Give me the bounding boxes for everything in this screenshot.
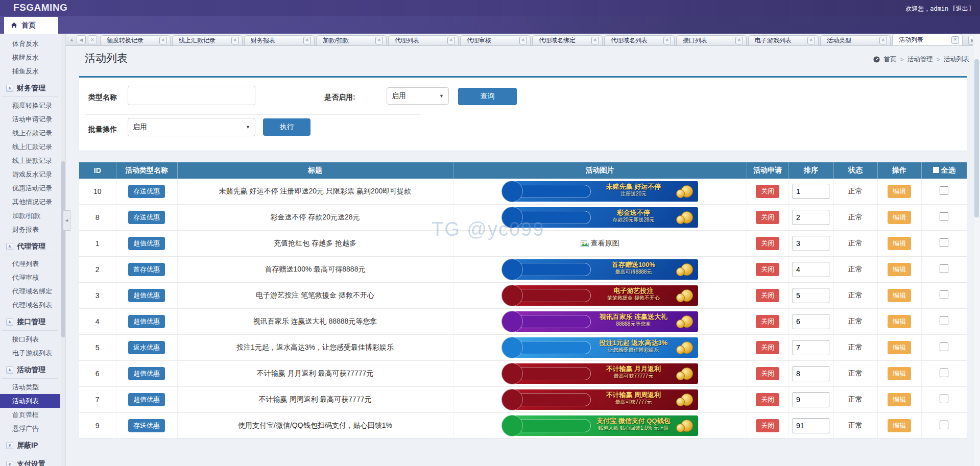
main-scrollbar-thumb[interactable] [974, 59, 979, 217]
row-checkbox[interactable] [940, 212, 948, 221]
logout-link[interactable]: [退出] [952, 5, 972, 12]
activity-type-badge[interactable]: 存送优惠 [128, 185, 165, 198]
tab[interactable]: 电子游戏列表✕ [748, 35, 819, 45]
edit-button[interactable]: 编辑 [888, 211, 911, 224]
tab-close-icon[interactable]: ✕ [231, 37, 239, 44]
tab-close-icon[interactable]: ✕ [807, 37, 815, 44]
edit-button[interactable]: 编辑 [888, 393, 911, 406]
edit-button[interactable]: 编辑 [888, 237, 911, 250]
sidebar-item[interactable]: 活动列表 [0, 394, 60, 408]
activity-banner[interactable]: 未赌先赢 好运不停注册送20元 [501, 181, 698, 202]
close-apply-button[interactable]: 关闭 [756, 289, 779, 302]
tab[interactable]: 额度转换记录✕ [100, 35, 171, 45]
edit-button[interactable]: 编辑 [888, 341, 911, 354]
activity-banner[interactable]: 投注1元起 返水高达3%让您感受最佳博彩娱乐 [501, 337, 698, 358]
sidebar-item[interactable]: 代理审核 [0, 271, 60, 284]
sort-input[interactable] [793, 340, 829, 355]
search-button[interactable]: 查询 [458, 88, 517, 105]
sidebar-group-header[interactable]: ∧活动管理 [2, 362, 58, 379]
sidebar-item[interactable]: 首页弹框 [0, 408, 60, 422]
sidebar-group-header[interactable]: ∧代理管理 [2, 238, 58, 255]
activity-banner[interactable]: 支付宝 微信支付 QQ钱包钱包入款 贴心回馈1.0% 无上限 [501, 415, 698, 436]
tab[interactable]: 代理域名绑定✕ [532, 35, 603, 45]
edit-button[interactable]: 编辑 [888, 419, 911, 432]
enable-select[interactable]: 启用 ▼ [387, 87, 449, 105]
sort-input[interactable] [793, 366, 829, 381]
tab-close-icon[interactable]: ✕ [591, 37, 599, 44]
row-checkbox[interactable] [940, 421, 948, 429]
tab[interactable]: 活动列表✕ [892, 34, 963, 45]
sort-input[interactable] [793, 184, 829, 199]
close-apply-button[interactable]: 关闭 [756, 185, 779, 198]
sidebar-collapse-handle[interactable]: ◀ [63, 210, 70, 231]
activity-type-badge[interactable]: 首存优惠 [128, 263, 165, 276]
sort-input[interactable] [793, 418, 829, 433]
sidebar-item[interactable]: 线上提款记录 [0, 154, 60, 167]
edit-button[interactable]: 编辑 [888, 289, 911, 302]
tab-close-icon[interactable]: ✕ [159, 37, 167, 44]
tab[interactable]: 代理审核✕ [460, 35, 531, 45]
collapse-icon[interactable]: ∧ [6, 243, 13, 250]
sidebar-group-header[interactable]: ∧财务管理 [2, 80, 58, 97]
activity-banner[interactable]: 不计输赢 月月返利最高可获77777元 [501, 363, 698, 384]
sort-input[interactable] [793, 210, 829, 225]
sidebar-item[interactable]: 代理域名列表 [0, 298, 60, 312]
row-checkbox[interactable] [940, 395, 948, 403]
activity-type-badge[interactable]: 超值优惠 [128, 367, 165, 380]
sidebar-item[interactable]: 代理域名绑定 [0, 284, 60, 298]
tab-close-icon[interactable]: ✕ [735, 37, 743, 44]
sidebar-group-header[interactable]: ∧接口管理 [2, 314, 58, 331]
activity-type-badge[interactable]: 超值优惠 [128, 289, 165, 302]
row-checkbox[interactable] [940, 369, 948, 377]
batch-select[interactable]: 启用 ▼ [128, 118, 255, 136]
close-apply-button[interactable]: 关闭 [756, 341, 779, 354]
sidebar-scrollbar[interactable] [61, 34, 65, 466]
tabs-scroll-up-icon[interactable]: ▲ [69, 37, 74, 42]
activity-banner[interactable]: 首存赠送100%最高可得8888元 [501, 259, 698, 280]
sidebar-item[interactable]: 游戏反水记录 [0, 167, 60, 181]
tabs-prev-icon[interactable]: ◀ [77, 35, 86, 44]
tab[interactable]: 代理列表✕ [388, 35, 459, 45]
tab[interactable]: 加款/扣款✕ [316, 35, 387, 45]
sidebar-item[interactable]: 加款/扣款 [0, 209, 60, 223]
edit-button[interactable]: 编辑 [888, 367, 911, 380]
activity-banner[interactable]: 彩金送不停存款20元即送28元 [501, 207, 698, 228]
expand-icon[interactable]: ∨ [6, 442, 13, 449]
activity-type-badge[interactable]: 超值优惠 [128, 237, 165, 250]
tabs-close-icon[interactable]: ✕ [88, 35, 97, 44]
sidebar-item[interactable]: 活动申请记录 [0, 112, 60, 126]
activity-type-badge[interactable]: 返水优惠 [128, 341, 165, 354]
type-name-input[interactable] [128, 86, 255, 105]
sidebar-item[interactable]: 捕鱼反水 [0, 64, 60, 78]
tab[interactable]: 财务报表✕ [244, 35, 315, 45]
sidebar-item[interactable]: 接口列表 [0, 332, 60, 346]
breadcrumb-item[interactable]: 首页 [883, 55, 896, 64]
sort-input[interactable] [793, 288, 829, 303]
sidebar-item[interactable]: 线上存款记录 [0, 126, 60, 140]
row-checkbox[interactable] [940, 238, 948, 247]
tab[interactable]: 代理域名列表✕ [604, 35, 675, 45]
sidebar-item[interactable]: 线上汇款记录 [0, 140, 60, 154]
sort-input[interactable] [793, 392, 829, 407]
sidebar-item[interactable]: 体育反水 [0, 37, 60, 51]
close-apply-button[interactable]: 关闭 [756, 211, 779, 224]
row-checkbox[interactable] [940, 316, 948, 325]
broken-image-link[interactable]: 查看原图 [453, 239, 747, 248]
sidebar-item[interactable]: 悬浮广告 [0, 422, 60, 435]
collapse-icon[interactable]: ∧ [6, 366, 13, 374]
close-apply-button[interactable]: 关闭 [756, 237, 779, 250]
expand-icon[interactable]: ∨ [6, 461, 13, 466]
tab-close-icon[interactable]: ✕ [519, 37, 527, 44]
sort-input[interactable] [793, 314, 829, 329]
main-scrollbar[interactable] [973, 34, 980, 466]
edit-button[interactable]: 编辑 [888, 315, 911, 328]
collapse-icon[interactable]: ∧ [6, 85, 13, 92]
row-checkbox[interactable] [940, 186, 948, 195]
breadcrumb-item[interactable]: 活动管理 [907, 55, 933, 64]
close-apply-button[interactable]: 关闭 [756, 263, 779, 276]
tab[interactable]: 线上汇款记录✕ [172, 35, 243, 45]
sort-input[interactable] [793, 236, 829, 251]
tab-close-icon[interactable]: ✕ [447, 37, 455, 44]
collapse-icon[interactable]: ∧ [6, 318, 13, 326]
sidebar-group-header[interactable]: ∨屏蔽IP [2, 437, 58, 454]
